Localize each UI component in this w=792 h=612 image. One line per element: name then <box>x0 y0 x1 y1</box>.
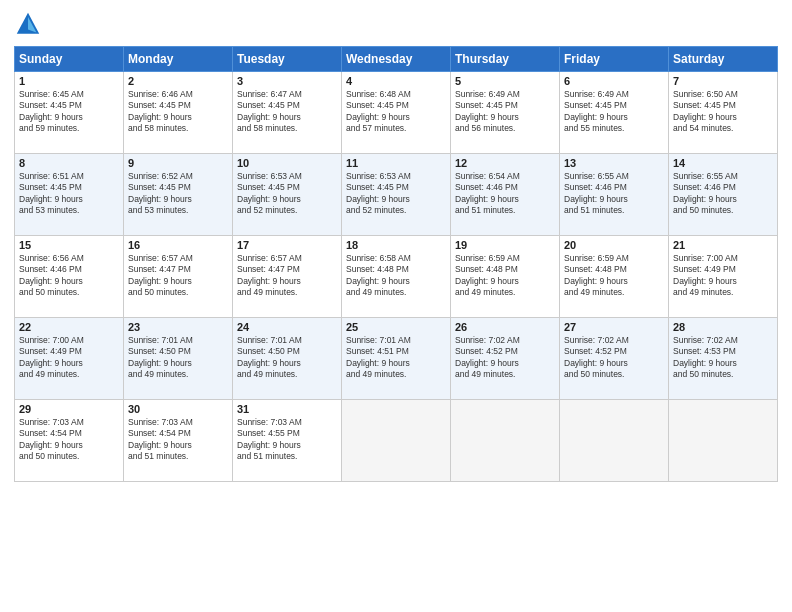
day-number: 25 <box>346 321 446 333</box>
calendar-table: SundayMondayTuesdayWednesdayThursdayFrid… <box>14 46 778 482</box>
day-info: Sunrise: 6:57 AM Sunset: 4:47 PM Dayligh… <box>237 253 337 299</box>
day-number: 22 <box>19 321 119 333</box>
day-number: 29 <box>19 403 119 415</box>
calendar-cell: 19Sunrise: 6:59 AM Sunset: 4:48 PM Dayli… <box>451 236 560 318</box>
day-info: Sunrise: 6:49 AM Sunset: 4:45 PM Dayligh… <box>564 89 664 135</box>
day-info: Sunrise: 7:02 AM Sunset: 4:53 PM Dayligh… <box>673 335 773 381</box>
day-number: 19 <box>455 239 555 251</box>
calendar-cell <box>669 400 778 482</box>
calendar-cell <box>560 400 669 482</box>
col-header-friday: Friday <box>560 47 669 72</box>
day-number: 17 <box>237 239 337 251</box>
calendar-cell: 11Sunrise: 6:53 AM Sunset: 4:45 PM Dayli… <box>342 154 451 236</box>
calendar-cell: 24Sunrise: 7:01 AM Sunset: 4:50 PM Dayli… <box>233 318 342 400</box>
calendar-cell: 13Sunrise: 6:55 AM Sunset: 4:46 PM Dayli… <box>560 154 669 236</box>
calendar-cell: 25Sunrise: 7:01 AM Sunset: 4:51 PM Dayli… <box>342 318 451 400</box>
day-info: Sunrise: 7:00 AM Sunset: 4:49 PM Dayligh… <box>673 253 773 299</box>
day-number: 1 <box>19 75 119 87</box>
week-row-3: 15Sunrise: 6:56 AM Sunset: 4:46 PM Dayli… <box>15 236 778 318</box>
day-info: Sunrise: 7:03 AM Sunset: 4:54 PM Dayligh… <box>128 417 228 463</box>
col-header-saturday: Saturday <box>669 47 778 72</box>
day-info: Sunrise: 7:02 AM Sunset: 4:52 PM Dayligh… <box>564 335 664 381</box>
calendar-cell: 7Sunrise: 6:50 AM Sunset: 4:45 PM Daylig… <box>669 72 778 154</box>
day-info: Sunrise: 6:55 AM Sunset: 4:46 PM Dayligh… <box>564 171 664 217</box>
col-header-monday: Monday <box>124 47 233 72</box>
col-header-sunday: Sunday <box>15 47 124 72</box>
calendar-cell: 1Sunrise: 6:45 AM Sunset: 4:45 PM Daylig… <box>15 72 124 154</box>
day-info: Sunrise: 7:01 AM Sunset: 4:50 PM Dayligh… <box>128 335 228 381</box>
week-row-1: 1Sunrise: 6:45 AM Sunset: 4:45 PM Daylig… <box>15 72 778 154</box>
calendar-cell: 21Sunrise: 7:00 AM Sunset: 4:49 PM Dayli… <box>669 236 778 318</box>
day-number: 13 <box>564 157 664 169</box>
page-container: SundayMondayTuesdayWednesdayThursdayFrid… <box>0 0 792 488</box>
day-number: 10 <box>237 157 337 169</box>
day-info: Sunrise: 6:49 AM Sunset: 4:45 PM Dayligh… <box>455 89 555 135</box>
calendar-cell: 18Sunrise: 6:58 AM Sunset: 4:48 PM Dayli… <box>342 236 451 318</box>
calendar-cell: 10Sunrise: 6:53 AM Sunset: 4:45 PM Dayli… <box>233 154 342 236</box>
day-number: 15 <box>19 239 119 251</box>
day-number: 20 <box>564 239 664 251</box>
week-row-4: 22Sunrise: 7:00 AM Sunset: 4:49 PM Dayli… <box>15 318 778 400</box>
day-info: Sunrise: 6:59 AM Sunset: 4:48 PM Dayligh… <box>564 253 664 299</box>
calendar-cell: 6Sunrise: 6:49 AM Sunset: 4:45 PM Daylig… <box>560 72 669 154</box>
day-number: 14 <box>673 157 773 169</box>
day-info: Sunrise: 6:53 AM Sunset: 4:45 PM Dayligh… <box>346 171 446 217</box>
day-number: 9 <box>128 157 228 169</box>
day-info: Sunrise: 7:03 AM Sunset: 4:54 PM Dayligh… <box>19 417 119 463</box>
day-info: Sunrise: 6:56 AM Sunset: 4:46 PM Dayligh… <box>19 253 119 299</box>
day-number: 24 <box>237 321 337 333</box>
day-info: Sunrise: 6:50 AM Sunset: 4:45 PM Dayligh… <box>673 89 773 135</box>
day-info: Sunrise: 6:47 AM Sunset: 4:45 PM Dayligh… <box>237 89 337 135</box>
day-info: Sunrise: 6:53 AM Sunset: 4:45 PM Dayligh… <box>237 171 337 217</box>
calendar-cell: 29Sunrise: 7:03 AM Sunset: 4:54 PM Dayli… <box>15 400 124 482</box>
day-info: Sunrise: 7:02 AM Sunset: 4:52 PM Dayligh… <box>455 335 555 381</box>
day-info: Sunrise: 6:52 AM Sunset: 4:45 PM Dayligh… <box>128 171 228 217</box>
calendar-cell <box>451 400 560 482</box>
day-info: Sunrise: 6:51 AM Sunset: 4:45 PM Dayligh… <box>19 171 119 217</box>
day-info: Sunrise: 7:01 AM Sunset: 4:50 PM Dayligh… <box>237 335 337 381</box>
week-row-5: 29Sunrise: 7:03 AM Sunset: 4:54 PM Dayli… <box>15 400 778 482</box>
calendar-cell: 22Sunrise: 7:00 AM Sunset: 4:49 PM Dayli… <box>15 318 124 400</box>
header-row: SundayMondayTuesdayWednesdayThursdayFrid… <box>15 47 778 72</box>
logo <box>14 10 46 38</box>
day-number: 28 <box>673 321 773 333</box>
day-info: Sunrise: 6:57 AM Sunset: 4:47 PM Dayligh… <box>128 253 228 299</box>
day-info: Sunrise: 6:45 AM Sunset: 4:45 PM Dayligh… <box>19 89 119 135</box>
calendar-cell: 5Sunrise: 6:49 AM Sunset: 4:45 PM Daylig… <box>451 72 560 154</box>
col-header-thursday: Thursday <box>451 47 560 72</box>
calendar-cell: 23Sunrise: 7:01 AM Sunset: 4:50 PM Dayli… <box>124 318 233 400</box>
calendar-cell: 26Sunrise: 7:02 AM Sunset: 4:52 PM Dayli… <box>451 318 560 400</box>
week-row-2: 8Sunrise: 6:51 AM Sunset: 4:45 PM Daylig… <box>15 154 778 236</box>
calendar-cell: 4Sunrise: 6:48 AM Sunset: 4:45 PM Daylig… <box>342 72 451 154</box>
calendar-cell: 3Sunrise: 6:47 AM Sunset: 4:45 PM Daylig… <box>233 72 342 154</box>
day-number: 31 <box>237 403 337 415</box>
calendar-cell <box>342 400 451 482</box>
day-number: 18 <box>346 239 446 251</box>
day-number: 12 <box>455 157 555 169</box>
day-number: 6 <box>564 75 664 87</box>
day-number: 16 <box>128 239 228 251</box>
calendar-cell: 31Sunrise: 7:03 AM Sunset: 4:55 PM Dayli… <box>233 400 342 482</box>
day-number: 2 <box>128 75 228 87</box>
col-header-tuesday: Tuesday <box>233 47 342 72</box>
day-number: 5 <box>455 75 555 87</box>
day-info: Sunrise: 6:46 AM Sunset: 4:45 PM Dayligh… <box>128 89 228 135</box>
day-info: Sunrise: 7:00 AM Sunset: 4:49 PM Dayligh… <box>19 335 119 381</box>
calendar-cell: 16Sunrise: 6:57 AM Sunset: 4:47 PM Dayli… <box>124 236 233 318</box>
day-number: 30 <box>128 403 228 415</box>
calendar-cell: 15Sunrise: 6:56 AM Sunset: 4:46 PM Dayli… <box>15 236 124 318</box>
day-number: 23 <box>128 321 228 333</box>
day-number: 8 <box>19 157 119 169</box>
col-header-wednesday: Wednesday <box>342 47 451 72</box>
calendar-cell: 20Sunrise: 6:59 AM Sunset: 4:48 PM Dayli… <box>560 236 669 318</box>
day-info: Sunrise: 7:01 AM Sunset: 4:51 PM Dayligh… <box>346 335 446 381</box>
day-number: 3 <box>237 75 337 87</box>
day-info: Sunrise: 6:54 AM Sunset: 4:46 PM Dayligh… <box>455 171 555 217</box>
day-info: Sunrise: 6:58 AM Sunset: 4:48 PM Dayligh… <box>346 253 446 299</box>
day-number: 26 <box>455 321 555 333</box>
calendar-cell: 8Sunrise: 6:51 AM Sunset: 4:45 PM Daylig… <box>15 154 124 236</box>
day-info: Sunrise: 6:59 AM Sunset: 4:48 PM Dayligh… <box>455 253 555 299</box>
day-number: 27 <box>564 321 664 333</box>
calendar-cell: 12Sunrise: 6:54 AM Sunset: 4:46 PM Dayli… <box>451 154 560 236</box>
logo-icon <box>14 10 42 38</box>
